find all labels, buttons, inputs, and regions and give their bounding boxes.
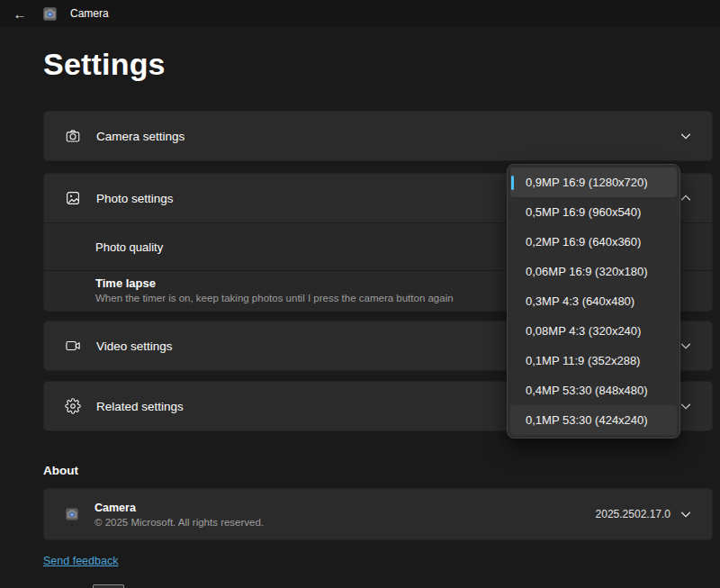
dropdown-item-label: 0,06MP 16:9 (320x180) <box>520 265 648 278</box>
about-card: Camera © 2025 Microsoft. All rights rese… <box>43 488 713 540</box>
selection-indicator <box>511 176 514 190</box>
expander-label: Related settings <box>96 400 184 413</box>
dropdown-item[interactable]: 0,3MP 4:3 (640x480) <box>510 286 677 316</box>
titlebar: ← Camera <box>0 0 720 27</box>
photo-icon <box>65 190 81 206</box>
chevron-up-icon <box>680 192 692 204</box>
expander-label: Camera settings <box>96 130 184 143</box>
page-title: Settings <box>43 46 713 82</box>
camera-settings-card: Camera settings <box>43 111 713 161</box>
titlebar-app-name: Camera <box>70 7 109 20</box>
dropdown-item-selected[interactable]: 0,9MP 16:9 (1280x720) <box>510 167 677 197</box>
dropdown-item[interactable]: 0,4MP 53:30 (848x480) <box>510 375 677 405</box>
dropdown-item-label: 0,4MP 53:30 (848x480) <box>520 384 648 397</box>
camera-icon <box>65 128 81 144</box>
about-copyright: © 2025 Microsoft. All rights reserved. <box>94 517 264 528</box>
camera-app-icon <box>42 6 58 22</box>
about-row[interactable]: Camera © 2025 Microsoft. All rights rese… <box>44 489 712 539</box>
chevron-down-icon <box>680 400 692 412</box>
dropdown-item[interactable]: 0,2MP 16:9 (640x360) <box>510 227 677 257</box>
setting-label: Photo quality <box>95 240 163 254</box>
dropdown-item-label: 0,2MP 16:9 (640x360) <box>520 235 641 249</box>
back-button[interactable]: ← <box>0 0 40 27</box>
video-icon <box>65 338 81 354</box>
chevron-down-icon <box>680 130 692 142</box>
dropdown-item-label: 0,3MP 4:3 (640x480) <box>520 294 634 308</box>
dropdown-item[interactable]: 0,1MP 11:9 (352x288) <box>510 346 677 375</box>
dropdown-item[interactable]: 0,08MP 4:3 (320x240) <box>510 316 677 346</box>
dropdown-item-label: 0,9MP 16:9 (1280x720) <box>520 176 648 189</box>
dropdown-item-label: 0,1MP 53:30 (424x240) <box>520 413 648 427</box>
back-arrow-icon: ← <box>14 6 27 22</box>
dropdown-item-label: 0,5MP 16:9 (960x540) <box>520 205 641 219</box>
dropdown-item-hovered[interactable]: 0,1MP 53:30 (424x240) <box>510 405 677 435</box>
gear-icon <box>65 398 81 414</box>
photo-quality-dropdown: 0,9MP 16:9 (1280x720) 0,5MP 16:9 (960x54… <box>507 164 680 439</box>
dropdown-item[interactable]: 0,06MP 16:9 (320x180) <box>510 257 677 286</box>
expander-camera-settings[interactable]: Camera settings <box>44 112 712 160</box>
dropdown-item[interactable]: 0,5MP 16:9 (960x540) <box>510 197 677 227</box>
expander-label: Video settings <box>96 339 173 353</box>
chevron-down-icon <box>680 339 692 352</box>
dropdown-item-label: 0,1MP 11:9 (352x288) <box>520 354 640 367</box>
camera-app-icon <box>65 507 79 521</box>
tooltip-fragment <box>93 584 124 588</box>
send-feedback-link[interactable]: Send feedback <box>43 555 118 567</box>
expander-label: Photo settings <box>96 192 174 205</box>
about-heading: About <box>43 464 713 477</box>
chevron-down-icon <box>680 508 692 520</box>
about-version: 2025.2502.17.0 <box>596 508 670 520</box>
about-app-name: Camera <box>94 502 264 514</box>
dropdown-item-label: 0,08MP 4:3 (320x240) <box>520 324 641 338</box>
